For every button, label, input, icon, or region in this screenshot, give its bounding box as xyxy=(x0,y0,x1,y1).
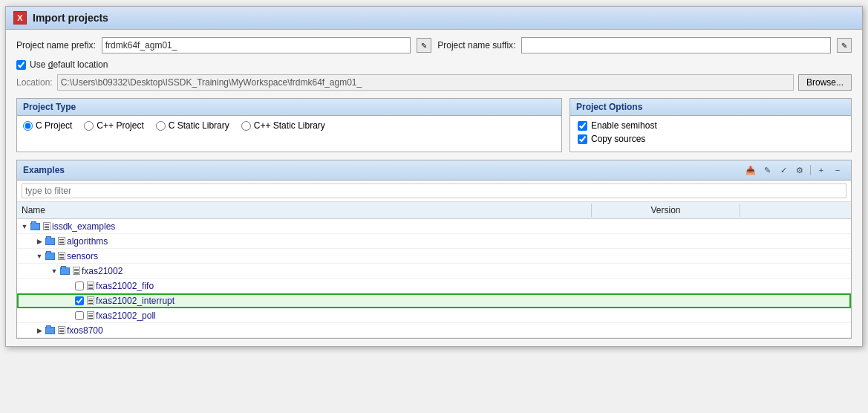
radio-cpp-project[interactable]: C++ Project xyxy=(84,120,143,131)
examples-header-label: Examples xyxy=(23,165,65,175)
poll-checkbox[interactable] xyxy=(75,311,84,320)
location-row: Location: Browse... xyxy=(16,74,852,91)
examples-header: Examples 📥 ✎ ✓ ⚙ + − xyxy=(17,160,851,181)
tree-row[interactable]: fxas21002_poll xyxy=(17,308,851,323)
radio-cpp-static-label: C++ Static Library xyxy=(254,120,325,131)
import-projects-dialog: X Import projects Project name prefix: ✎… xyxy=(5,6,863,347)
project-type-header: Project Type xyxy=(17,99,561,116)
interrupt-checkbox[interactable] xyxy=(75,296,84,305)
tree-arrow-sensors[interactable] xyxy=(35,252,44,261)
dialog-title: Import projects xyxy=(33,12,108,24)
tree-header: Name Version xyxy=(17,202,851,219)
lines-icon xyxy=(87,311,94,319)
tree-col-version: Version xyxy=(591,204,740,217)
copy-sources-option: Copy sources xyxy=(578,134,843,144)
toolbar-expand-btn[interactable]: + xyxy=(814,163,829,177)
tree-label[interactable]: fxas21002_poll xyxy=(96,310,156,321)
lines-icon xyxy=(87,282,94,290)
lines-icon xyxy=(43,222,50,230)
tree-label[interactable]: issdk_examples xyxy=(52,221,115,232)
folder-list-icon xyxy=(45,327,55,334)
location-label: Location: xyxy=(16,77,53,88)
radio-c-project-label: C Project xyxy=(36,120,72,131)
browse-button[interactable]: Browse... xyxy=(798,74,852,91)
suffix-label: Project name suffix: xyxy=(437,40,515,51)
folder-list-icon xyxy=(30,223,40,230)
use-default-label: Use default location xyxy=(30,59,108,70)
use-default-checkbox[interactable] xyxy=(16,60,26,70)
prefix-edit-button[interactable]: ✎ xyxy=(417,38,431,53)
radio-cpp-project-label: C++ Project xyxy=(97,120,143,131)
tree-row[interactable]: sensors xyxy=(17,249,851,264)
tree-label[interactable]: fxas21002 xyxy=(82,266,123,276)
project-options-body: Enable semihost Copy sources xyxy=(570,116,851,152)
examples-toolbar: 📥 ✎ ✓ ⚙ + − xyxy=(743,163,845,177)
project-options-panel: Project Options Enable semihost Copy sou… xyxy=(570,98,852,152)
tree-row[interactable]: issdk_examples xyxy=(17,219,851,234)
suffix-edit-button[interactable]: ✎ xyxy=(837,38,852,53)
panels-row: Project Type C Project C++ Project C Sta… xyxy=(16,98,852,152)
tree-cell-name: fxas21002_interrupt xyxy=(17,296,591,306)
prefix-label: Project name prefix: xyxy=(16,40,96,51)
copy-sources-checkbox[interactable] xyxy=(578,134,587,144)
tree-cell-name: algorithms xyxy=(17,236,591,247)
tree-row[interactable]: fxas21002_fifo xyxy=(17,279,851,293)
tree-row[interactable]: algorithms xyxy=(17,234,851,249)
folder-list-icon xyxy=(45,238,55,245)
title-bar: X Import projects xyxy=(6,7,862,30)
lines-icon xyxy=(58,252,65,260)
location-input[interactable] xyxy=(57,74,794,91)
lines-icon xyxy=(73,267,80,275)
tree-arrow-issdk[interactable] xyxy=(20,222,29,231)
fifo-checkbox[interactable] xyxy=(75,282,84,290)
toolbar-import-btn[interactable]: 📥 xyxy=(743,163,758,177)
enable-semihost-option: Enable semihost xyxy=(578,120,843,131)
enable-semihost-checkbox[interactable] xyxy=(578,121,587,131)
tree-cell-name: fxas21002 xyxy=(17,266,591,276)
tree-col-name: Name xyxy=(17,204,591,217)
prefix-input[interactable] xyxy=(102,37,411,53)
tree-cell-name: fxas21002_poll xyxy=(17,310,591,321)
suffix-input[interactable] xyxy=(521,37,831,53)
tree-cell-name: fxas21002_fifo xyxy=(17,281,591,291)
folder-list-icon xyxy=(45,253,55,260)
folder-list-icon xyxy=(60,267,70,275)
filter-input[interactable] xyxy=(22,183,846,198)
tree-body: issdk_examples algorithms xyxy=(17,219,851,338)
dialog-icon: X xyxy=(13,11,27,25)
tree-arrow-algorithms[interactable] xyxy=(35,237,44,246)
tree-col-extra xyxy=(740,204,851,217)
toolbar-edit-btn[interactable]: ✎ xyxy=(760,163,774,177)
tree-label-interrupt[interactable]: fxas21002_interrupt xyxy=(96,296,174,306)
toolbar-sep xyxy=(810,165,811,175)
examples-section: Examples 📥 ✎ ✓ ⚙ + − Name Version xyxy=(16,160,852,339)
tree-arrow-fxas21002[interactable] xyxy=(50,267,59,276)
toolbar-gear-btn[interactable]: ⚙ xyxy=(792,163,807,177)
project-options-header: Project Options xyxy=(570,99,851,116)
tree-cell-name: sensors xyxy=(17,251,591,261)
prefix-row: Project name prefix: ✎ Project name suff… xyxy=(16,37,852,53)
tree-arrow-fxos8700[interactable] xyxy=(35,326,44,335)
filter-row xyxy=(17,181,851,202)
lines-icon xyxy=(87,296,94,305)
project-type-options: C Project C++ Project C Static Library C… xyxy=(17,116,561,135)
tree-label[interactable]: fxos8700 xyxy=(67,325,103,336)
use-default-row: Use default location xyxy=(16,59,852,70)
radio-c-project[interactable]: C Project xyxy=(23,120,72,131)
tree-label[interactable]: algorithms xyxy=(67,236,108,247)
tree-row[interactable]: fxos8700 xyxy=(17,323,851,338)
copy-sources-label: Copy sources xyxy=(591,134,645,144)
tree-row[interactable]: fxas21002 xyxy=(17,264,851,279)
radio-c-static[interactable]: C Static Library xyxy=(156,120,229,131)
tree-cell-name: fxos8700 xyxy=(17,325,591,336)
enable-semihost-label: Enable semihost xyxy=(591,120,657,131)
radio-cpp-static[interactable]: C++ Static Library xyxy=(241,120,325,131)
lines-icon xyxy=(58,326,65,334)
tree-row-interrupt[interactable]: fxas21002_interrupt xyxy=(17,293,851,308)
project-type-panel: Project Type C Project C++ Project C Sta… xyxy=(16,98,562,152)
dialog-body: Project name prefix: ✎ Project name suff… xyxy=(6,30,862,346)
toolbar-collapse-btn[interactable]: − xyxy=(830,163,845,177)
tree-label[interactable]: fxas21002_fifo xyxy=(96,281,154,291)
toolbar-check-btn[interactable]: ✓ xyxy=(776,163,791,177)
tree-label[interactable]: sensors xyxy=(67,251,98,261)
